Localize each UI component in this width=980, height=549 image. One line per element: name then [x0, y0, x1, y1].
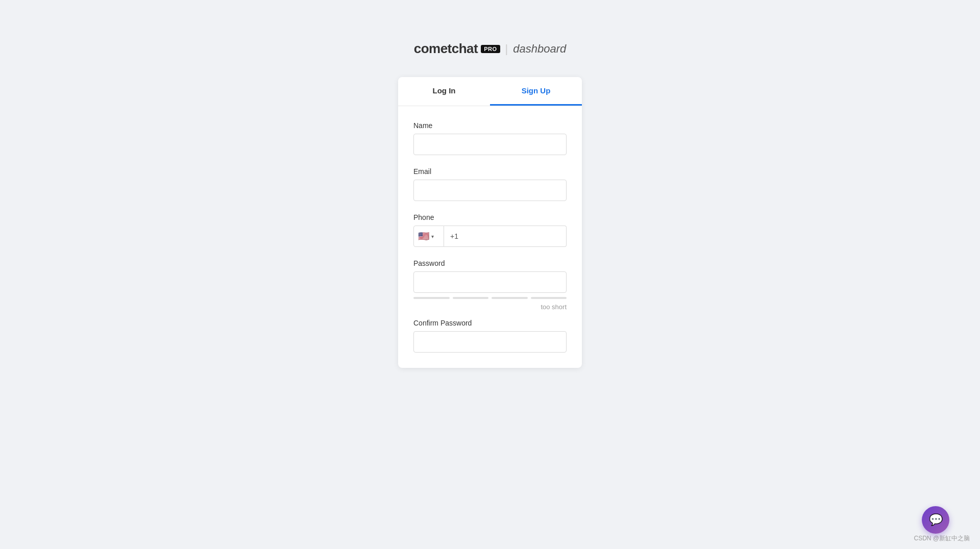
- strength-bar-4: [531, 297, 567, 299]
- confirm-password-input[interactable]: [413, 331, 567, 353]
- confirm-password-group: Confirm Password: [413, 319, 567, 353]
- logo-dashboard: dashboard: [513, 42, 566, 56]
- password-too-short: too short: [413, 303, 567, 311]
- email-label: Email: [413, 167, 567, 176]
- chat-icon: 💬: [929, 513, 943, 527]
- strength-bar-2: [453, 297, 489, 299]
- phone-group: Phone 🇺🇸 ▾: [413, 213, 567, 247]
- name-group: Name: [413, 121, 567, 155]
- form-body: Name Email Phone 🇺🇸 ▾: [398, 106, 582, 368]
- tab-signup[interactable]: Sign Up: [490, 77, 582, 106]
- phone-row: 🇺🇸 ▾: [413, 226, 567, 247]
- password-group: Password: [413, 259, 567, 299]
- password-input[interactable]: [413, 271, 567, 293]
- logo-area: cometchat PRO | dashboard: [414, 41, 567, 57]
- name-label: Name: [413, 121, 567, 130]
- phone-input[interactable]: [444, 226, 567, 247]
- password-strength-bars: [413, 297, 567, 299]
- email-input[interactable]: [413, 180, 567, 201]
- phone-country-selector[interactable]: 🇺🇸 ▾: [413, 226, 444, 247]
- tabs-row: Log In Sign Up: [398, 77, 582, 106]
- chat-widget-button[interactable]: 💬: [922, 506, 949, 534]
- flag-icon: 🇺🇸: [418, 231, 429, 242]
- form-card: Log In Sign Up Name Email Phone: [398, 77, 582, 368]
- main-container: cometchat PRO | dashboard Log In Sign Up…: [0, 0, 980, 368]
- name-input[interactable]: [413, 134, 567, 155]
- confirm-password-label: Confirm Password: [413, 319, 567, 327]
- dropdown-arrow-icon: ▾: [431, 234, 434, 239]
- password-label: Password: [413, 259, 567, 267]
- pro-badge: PRO: [481, 45, 500, 53]
- logo-brand: cometchat: [414, 41, 478, 57]
- watermark: CSDN @新缸中之脑: [914, 534, 970, 543]
- strength-bar-1: [413, 297, 450, 299]
- email-group: Email: [413, 167, 567, 201]
- phone-label: Phone: [413, 213, 567, 221]
- logo-divider: |: [505, 42, 508, 56]
- tab-login[interactable]: Log In: [398, 77, 490, 106]
- strength-bar-3: [492, 297, 528, 299]
